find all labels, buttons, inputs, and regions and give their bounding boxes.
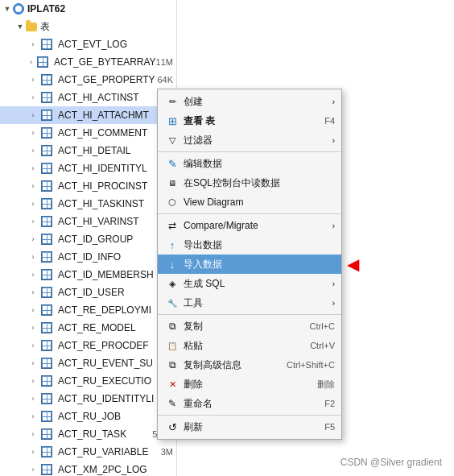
menu-label-delete: 删除 <box>184 378 203 391</box>
table-row[interactable]: › ACT_ID_INFO <box>0 248 176 266</box>
gen-sql-icon <box>164 275 180 292</box>
database-icon <box>13 3 24 14</box>
menu-item-rename[interactable]: 重命名 F2 <box>158 394 341 413</box>
menu-item-sql-read[interactable]: 🖥 在SQL控制台中读数据 <box>158 173 341 192</box>
copy-icon <box>164 318 180 334</box>
table-row[interactable]: › ACT_RU_VARIABLE 3M <box>0 443 176 461</box>
menu-label-refresh: 刷新 <box>184 420 203 434</box>
menu-item-import[interactable]: ↓ 导入数据 ◀ <box>158 255 341 274</box>
table-row-selected[interactable]: › ACT_HI_ATTACHMT <box>0 106 176 124</box>
table-row[interactable]: › ACT_HI_TASKINST <box>0 195 176 213</box>
tools-icon <box>164 295 180 311</box>
table-row[interactable]: › ACT_HI_PROCINST <box>0 177 176 195</box>
table-icon <box>39 337 55 354</box>
row-chevron: › <box>29 164 37 172</box>
menu-item-filter[interactable]: 过滤器 › <box>158 130 341 150</box>
table-row[interactable]: › ACT_GE_PROPERTY 64K <box>0 71 176 89</box>
row-chevron: › <box>29 377 37 385</box>
submenu-arrow-filter: › <box>332 136 335 145</box>
table-name: ACT_GE_PROPERTY <box>58 74 155 85</box>
filter-icon <box>164 132 180 148</box>
menu-item-gen-sql[interactable]: 生成 SQL › <box>158 274 341 293</box>
delete-icon <box>164 376 180 392</box>
table-icon <box>39 72 55 88</box>
table-size: 64K <box>157 75 176 85</box>
row-chevron: › <box>29 76 37 84</box>
row-chevron: › <box>29 40 37 48</box>
menu-item-edit-data[interactable]: ✎ 编辑数据 <box>158 154 341 173</box>
table-name: ACT_RU_IDENTITYLI <box>58 393 154 404</box>
table-icon <box>39 196 55 212</box>
table-name: ACT_ID_MEMBERSH <box>58 269 154 280</box>
table-row[interactable]: › ACT_ID_MEMBERSH <box>0 266 176 284</box>
table-icon-ACT_EVT_LOG <box>39 36 55 52</box>
table-row[interactable]: › ACT_GE_BYTEARRAY 11M <box>0 53 176 71</box>
table-name: ACT_HI_PROCINST <box>58 180 147 192</box>
row-chevron: › <box>29 235 37 243</box>
menu-item-view-table[interactable]: ⊞ 查看 表 F4 <box>158 111 341 130</box>
table-icon <box>39 267 55 283</box>
row-chevron: › <box>29 395 37 403</box>
menu-item-tools[interactable]: 工具 › <box>158 293 341 313</box>
menu-item-refresh[interactable]: 刷新 F5 <box>158 417 341 437</box>
table-row[interactable]: › ACT_ID_GROUP <box>0 230 176 248</box>
table-row[interactable]: › ACT_HI_DETAIL <box>0 142 176 159</box>
menu-item-paste[interactable]: 📋 粘贴 Ctrl+V <box>158 336 341 355</box>
shortcut-copy: Ctrl+C <box>310 321 335 331</box>
folder-icon <box>26 23 37 31</box>
table-row[interactable]: › ACT_ID_USER <box>0 284 176 301</box>
row-chevron: › <box>29 111 37 119</box>
table-row[interactable]: › ACT_HI_ACTINST 5M <box>0 89 176 106</box>
menu-item-copy[interactable]: 复制 Ctrl+C <box>158 317 341 336</box>
row-chevron: › <box>29 324 37 332</box>
refresh-icon <box>164 419 180 435</box>
menu-item-delete[interactable]: 删除 删除 <box>158 375 341 394</box>
table-row[interactable]: › ACT_HI_COMMENT <box>0 124 176 142</box>
table-name: ACT_XM_2PC_LOG <box>58 464 147 475</box>
table-row[interactable]: › ACT_RU_TASK 512K <box>0 425 176 443</box>
table-icon <box>39 231 55 247</box>
table-icon <box>39 320 55 336</box>
menu-item-copy-advanced[interactable]: 复制高级信息 Ctrl+Shift+C <box>158 355 341 375</box>
submenu-arrow-tools: › <box>332 299 335 308</box>
table-row[interactable]: › ACT_RE_DEPLOYMI <box>0 301 176 319</box>
tables-chevron: ▼ <box>16 23 24 31</box>
submenu-arrow-gen-sql: › <box>332 279 335 288</box>
table-row[interactable]: › ACT_RU_EXECUTIO <box>0 372 176 390</box>
root-chevron: ▼ <box>3 5 11 13</box>
table-row[interactable]: › ACT_RU_IDENTITYLI <box>0 390 176 408</box>
row-chevron: › <box>29 271 37 279</box>
table-row[interactable]: › ACT_HI_VARINST <box>0 213 176 230</box>
table-name: ACT_ID_INFO <box>58 251 121 263</box>
table-icon <box>39 213 55 230</box>
table-row[interactable]: › ACT_RE_PROCDEF <box>0 337 176 354</box>
table-row[interactable]: › ACT_RU_JOB <box>0 408 176 425</box>
shortcut-view-table: F4 <box>324 116 335 126</box>
menu-item-export[interactable]: ↑ 导出数据 <box>158 235 341 255</box>
table-row[interactable]: › ACT_HI_IDENTITYL <box>0 159 176 177</box>
menu-label-export: 导出数据 <box>184 238 222 252</box>
menu-label-sql-read: 在SQL控制台中读数据 <box>184 176 280 190</box>
paste-icon: 📋 <box>164 337 180 354</box>
table-icon <box>39 355 55 371</box>
menu-item-view-diagram[interactable]: View Diagram <box>158 192 341 212</box>
menu-sep-3 <box>158 314 341 315</box>
tables-folder[interactable]: ▼ 表 <box>0 18 176 35</box>
database-root[interactable]: ▼ IPLAT62 <box>0 0 176 18</box>
table-icon <box>39 160 55 176</box>
table-name: ACT_RU_EXECUTIO <box>58 375 151 387</box>
menu-item-create[interactable]: 创建 › <box>158 92 341 111</box>
table-row[interactable]: › ACT_RE_MODEL <box>0 319 176 337</box>
row-chevron: › <box>29 147 37 155</box>
table-row[interactable]: › ACT_EVT_LOG <box>0 35 176 53</box>
sql-read-icon: 🖥 <box>164 175 180 191</box>
table-row[interactable]: › ACT_RU_EVENT_SU <box>0 354 176 372</box>
row-chevron: › <box>29 448 37 456</box>
table-icon <box>39 462 55 476</box>
tables-label: 表 <box>40 20 50 34</box>
row-chevron: › <box>29 288 37 296</box>
watermark: CSDN @Silver gradient <box>340 457 442 468</box>
menu-item-compare[interactable]: Compare/Migrate › <box>158 216 341 235</box>
row-chevron: › <box>29 200 37 208</box>
table-row[interactable]: › ACT_XM_2PC_LOG <box>0 461 176 476</box>
